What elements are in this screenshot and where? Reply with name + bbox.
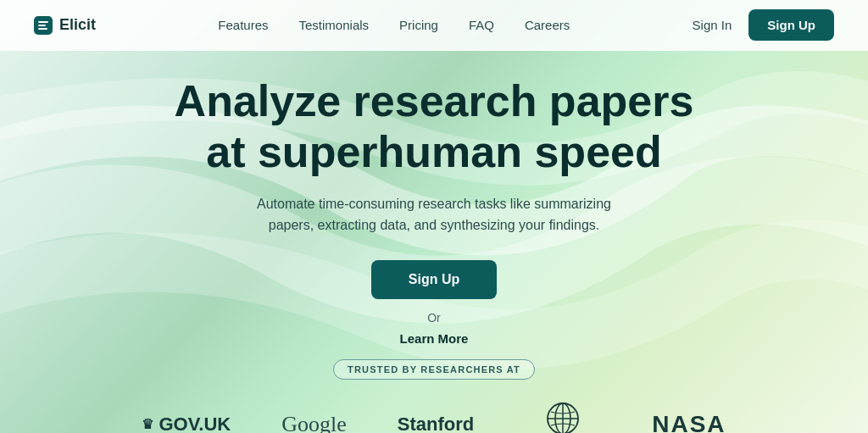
hero-title: Analyze research papers at superhuman sp… <box>175 76 694 178</box>
navbar: Elicit Features Testimonials Pricing FAQ… <box>0 0 868 51</box>
logo-worldbank: THE WORLD BANK <box>525 400 601 433</box>
nav-faq[interactable]: FAQ <box>469 18 494 32</box>
govuk-text: GOV.UK <box>159 414 231 433</box>
learn-more-link[interactable]: Learn More <box>400 331 469 346</box>
crown-icon: ♛ <box>142 416 153 432</box>
trusted-badge: TRUSTED BY RESEARCHERS AT <box>333 359 535 380</box>
or-text: Or <box>427 311 441 325</box>
hero-section: Analyze research papers at superhuman sp… <box>0 51 868 397</box>
logo-nasa: NASA <box>652 411 726 433</box>
worldbank-globe-icon <box>544 400 581 433</box>
logo-icon <box>34 16 53 35</box>
nasa-text: NASA <box>652 411 726 433</box>
logo[interactable]: Elicit <box>34 16 96 35</box>
sign-in-link[interactable]: Sign In <box>693 18 732 32</box>
logos-strip: ♛ GOV.UK Google Stanford THE WORLD BANK … <box>0 397 868 433</box>
stanford-text: Stanford <box>398 414 474 433</box>
nav-right: Sign In Sign Up <box>693 9 834 41</box>
logo-google: Google <box>281 412 347 433</box>
logo-stanford: Stanford <box>398 414 474 433</box>
nav-links: Features Testimonials Pricing FAQ Career… <box>218 18 570 33</box>
google-text: Google <box>281 412 347 433</box>
hero-subtitle: Automate time-consuming research tasks l… <box>239 193 629 236</box>
nav-careers[interactable]: Careers <box>525 18 570 32</box>
nav-features[interactable]: Features <box>218 18 268 32</box>
signup-button-hero[interactable]: Sign Up <box>371 260 497 299</box>
logo-text: Elicit <box>59 16 96 34</box>
nav-pricing[interactable]: Pricing <box>399 18 438 32</box>
logo-govuk: ♛ GOV.UK <box>142 414 231 433</box>
signup-button-nav[interactable]: Sign Up <box>748 9 834 41</box>
nav-testimonials[interactable]: Testimonials <box>299 18 370 32</box>
